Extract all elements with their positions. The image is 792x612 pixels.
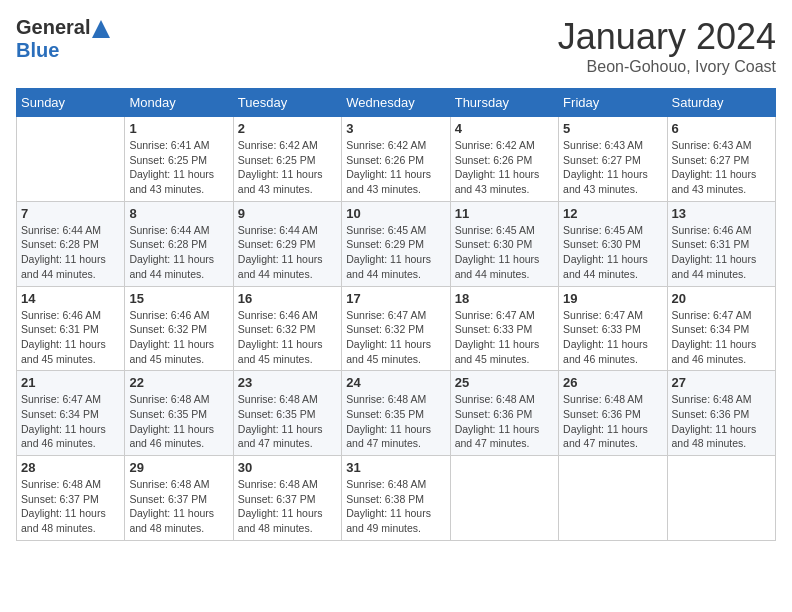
- calendar-cell: 13Sunrise: 6:46 AMSunset: 6:31 PMDayligh…: [667, 201, 775, 286]
- day-number: 14: [21, 291, 120, 306]
- day-info: Sunrise: 6:44 AMSunset: 6:28 PMDaylight:…: [21, 223, 120, 282]
- calendar-cell: 20Sunrise: 6:47 AMSunset: 6:34 PMDayligh…: [667, 286, 775, 371]
- day-info: Sunrise: 6:45 AMSunset: 6:30 PMDaylight:…: [563, 223, 662, 282]
- day-number: 10: [346, 206, 445, 221]
- calendar-cell: 6Sunrise: 6:43 AMSunset: 6:27 PMDaylight…: [667, 117, 775, 202]
- day-number: 28: [21, 460, 120, 475]
- logo-icon: [92, 20, 110, 38]
- day-number: 16: [238, 291, 337, 306]
- calendar-cell: 21Sunrise: 6:47 AMSunset: 6:34 PMDayligh…: [17, 371, 125, 456]
- calendar-cell: 27Sunrise: 6:48 AMSunset: 6:36 PMDayligh…: [667, 371, 775, 456]
- calendar-cell: 3Sunrise: 6:42 AMSunset: 6:26 PMDaylight…: [342, 117, 450, 202]
- day-info: Sunrise: 6:46 AMSunset: 6:31 PMDaylight:…: [672, 223, 771, 282]
- day-number: 24: [346, 375, 445, 390]
- day-info: Sunrise: 6:42 AMSunset: 6:26 PMDaylight:…: [455, 138, 554, 197]
- day-number: 12: [563, 206, 662, 221]
- week-row-5: 28Sunrise: 6:48 AMSunset: 6:37 PMDayligh…: [17, 456, 776, 541]
- calendar-cell: 1Sunrise: 6:41 AMSunset: 6:25 PMDaylight…: [125, 117, 233, 202]
- day-info: Sunrise: 6:42 AMSunset: 6:25 PMDaylight:…: [238, 138, 337, 197]
- calendar-cell: 24Sunrise: 6:48 AMSunset: 6:35 PMDayligh…: [342, 371, 450, 456]
- header-day-monday: Monday: [125, 89, 233, 117]
- calendar-cell: 18Sunrise: 6:47 AMSunset: 6:33 PMDayligh…: [450, 286, 558, 371]
- day-number: 2: [238, 121, 337, 136]
- header-day-sunday: Sunday: [17, 89, 125, 117]
- title-area: January 2024 Beon-Gohouo, Ivory Coast: [558, 16, 776, 76]
- day-info: Sunrise: 6:44 AMSunset: 6:28 PMDaylight:…: [129, 223, 228, 282]
- logo: General Blue: [16, 16, 110, 62]
- day-info: Sunrise: 6:41 AMSunset: 6:25 PMDaylight:…: [129, 138, 228, 197]
- day-number: 13: [672, 206, 771, 221]
- calendar-cell: 19Sunrise: 6:47 AMSunset: 6:33 PMDayligh…: [559, 286, 667, 371]
- calendar-cell: 22Sunrise: 6:48 AMSunset: 6:35 PMDayligh…: [125, 371, 233, 456]
- day-number: 11: [455, 206, 554, 221]
- day-info: Sunrise: 6:43 AMSunset: 6:27 PMDaylight:…: [672, 138, 771, 197]
- day-info: Sunrise: 6:47 AMSunset: 6:32 PMDaylight:…: [346, 308, 445, 367]
- day-info: Sunrise: 6:46 AMSunset: 6:32 PMDaylight:…: [238, 308, 337, 367]
- calendar-cell: [450, 456, 558, 541]
- day-info: Sunrise: 6:43 AMSunset: 6:27 PMDaylight:…: [563, 138, 662, 197]
- header-day-wednesday: Wednesday: [342, 89, 450, 117]
- day-number: 21: [21, 375, 120, 390]
- calendar-cell: 17Sunrise: 6:47 AMSunset: 6:32 PMDayligh…: [342, 286, 450, 371]
- header-day-tuesday: Tuesday: [233, 89, 341, 117]
- day-info: Sunrise: 6:48 AMSunset: 6:38 PMDaylight:…: [346, 477, 445, 536]
- header-day-saturday: Saturday: [667, 89, 775, 117]
- calendar-cell: 29Sunrise: 6:48 AMSunset: 6:37 PMDayligh…: [125, 456, 233, 541]
- day-info: Sunrise: 6:42 AMSunset: 6:26 PMDaylight:…: [346, 138, 445, 197]
- day-number: 5: [563, 121, 662, 136]
- day-info: Sunrise: 6:48 AMSunset: 6:36 PMDaylight:…: [455, 392, 554, 451]
- calendar-cell: 2Sunrise: 6:42 AMSunset: 6:25 PMDaylight…: [233, 117, 341, 202]
- calendar-cell: 12Sunrise: 6:45 AMSunset: 6:30 PMDayligh…: [559, 201, 667, 286]
- day-number: 15: [129, 291, 228, 306]
- calendar-cell: [559, 456, 667, 541]
- day-number: 29: [129, 460, 228, 475]
- calendar-cell: 16Sunrise: 6:46 AMSunset: 6:32 PMDayligh…: [233, 286, 341, 371]
- day-info: Sunrise: 6:48 AMSunset: 6:37 PMDaylight:…: [21, 477, 120, 536]
- day-info: Sunrise: 6:47 AMSunset: 6:33 PMDaylight:…: [455, 308, 554, 367]
- week-row-4: 21Sunrise: 6:47 AMSunset: 6:34 PMDayligh…: [17, 371, 776, 456]
- calendar-cell: 5Sunrise: 6:43 AMSunset: 6:27 PMDaylight…: [559, 117, 667, 202]
- header-day-friday: Friday: [559, 89, 667, 117]
- day-info: Sunrise: 6:46 AMSunset: 6:32 PMDaylight:…: [129, 308, 228, 367]
- week-row-2: 7Sunrise: 6:44 AMSunset: 6:28 PMDaylight…: [17, 201, 776, 286]
- day-number: 18: [455, 291, 554, 306]
- day-info: Sunrise: 6:48 AMSunset: 6:36 PMDaylight:…: [563, 392, 662, 451]
- calendar-cell: 7Sunrise: 6:44 AMSunset: 6:28 PMDaylight…: [17, 201, 125, 286]
- calendar-cell: 11Sunrise: 6:45 AMSunset: 6:30 PMDayligh…: [450, 201, 558, 286]
- day-info: Sunrise: 6:48 AMSunset: 6:37 PMDaylight:…: [238, 477, 337, 536]
- calendar-cell: 26Sunrise: 6:48 AMSunset: 6:36 PMDayligh…: [559, 371, 667, 456]
- logo-general-text: General: [16, 16, 90, 39]
- calendar-cell: [17, 117, 125, 202]
- day-number: 19: [563, 291, 662, 306]
- week-row-3: 14Sunrise: 6:46 AMSunset: 6:31 PMDayligh…: [17, 286, 776, 371]
- day-info: Sunrise: 6:47 AMSunset: 6:34 PMDaylight:…: [672, 308, 771, 367]
- day-info: Sunrise: 6:48 AMSunset: 6:35 PMDaylight:…: [346, 392, 445, 451]
- day-number: 8: [129, 206, 228, 221]
- header-day-thursday: Thursday: [450, 89, 558, 117]
- day-number: 4: [455, 121, 554, 136]
- calendar-cell: 4Sunrise: 6:42 AMSunset: 6:26 PMDaylight…: [450, 117, 558, 202]
- day-info: Sunrise: 6:48 AMSunset: 6:35 PMDaylight:…: [129, 392, 228, 451]
- day-info: Sunrise: 6:45 AMSunset: 6:30 PMDaylight:…: [455, 223, 554, 282]
- day-info: Sunrise: 6:48 AMSunset: 6:37 PMDaylight:…: [129, 477, 228, 536]
- day-number: 23: [238, 375, 337, 390]
- day-number: 31: [346, 460, 445, 475]
- day-number: 17: [346, 291, 445, 306]
- day-number: 9: [238, 206, 337, 221]
- calendar-cell: 8Sunrise: 6:44 AMSunset: 6:28 PMDaylight…: [125, 201, 233, 286]
- day-number: 7: [21, 206, 120, 221]
- calendar-cell: 15Sunrise: 6:46 AMSunset: 6:32 PMDayligh…: [125, 286, 233, 371]
- calendar-cell: 9Sunrise: 6:44 AMSunset: 6:29 PMDaylight…: [233, 201, 341, 286]
- day-number: 27: [672, 375, 771, 390]
- day-info: Sunrise: 6:47 AMSunset: 6:33 PMDaylight:…: [563, 308, 662, 367]
- calendar-cell: 25Sunrise: 6:48 AMSunset: 6:36 PMDayligh…: [450, 371, 558, 456]
- day-info: Sunrise: 6:48 AMSunset: 6:35 PMDaylight:…: [238, 392, 337, 451]
- location-title: Beon-Gohouo, Ivory Coast: [558, 58, 776, 76]
- day-number: 25: [455, 375, 554, 390]
- day-number: 30: [238, 460, 337, 475]
- day-info: Sunrise: 6:48 AMSunset: 6:36 PMDaylight:…: [672, 392, 771, 451]
- day-number: 26: [563, 375, 662, 390]
- day-info: Sunrise: 6:46 AMSunset: 6:31 PMDaylight:…: [21, 308, 120, 367]
- day-number: 6: [672, 121, 771, 136]
- calendar-cell: 28Sunrise: 6:48 AMSunset: 6:37 PMDayligh…: [17, 456, 125, 541]
